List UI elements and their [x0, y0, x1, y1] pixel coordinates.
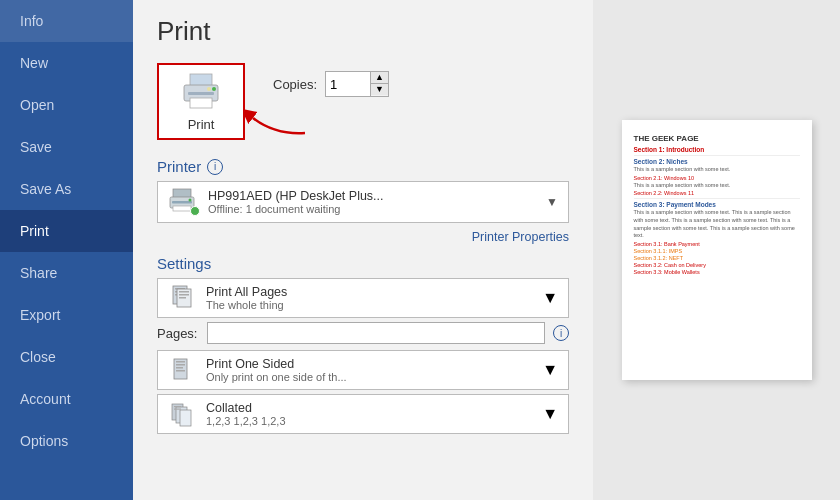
svg-rect-21	[176, 361, 185, 363]
svg-rect-28	[174, 406, 181, 407]
printer-status: Offline: 1 document waiting	[208, 203, 384, 215]
sidebar-item-share[interactable]: Share	[0, 252, 133, 294]
svg-rect-2	[190, 98, 212, 108]
sidebar-item-save-as[interactable]: Save As	[0, 168, 133, 210]
sidebar-item-close[interactable]: Close	[0, 336, 133, 378]
svg-rect-29	[174, 409, 181, 410]
collated-sub: 1,2,3 1,2,3 1,2,3	[206, 415, 286, 427]
preview-sub-2-1: Section 2.1: Windows 10	[634, 175, 800, 181]
sidebar-item-print[interactable]: Print	[0, 210, 133, 252]
sidebar-item-new[interactable]: New	[0, 42, 133, 84]
print-one-sided-arrow[interactable]: ▼	[542, 361, 558, 379]
copies-decrement[interactable]: ▼	[371, 84, 388, 95]
preview-sub-2-2: Section 2.2: Windows 11	[634, 190, 800, 196]
collated-label: Collated	[206, 401, 286, 415]
copies-input[interactable]	[326, 72, 370, 96]
settings-section-header: Settings	[157, 255, 569, 272]
svg-rect-17	[179, 291, 189, 293]
svg-point-4	[212, 87, 216, 91]
print-one-sided-icon	[168, 356, 196, 384]
printer-status-dot	[190, 206, 200, 216]
svg-rect-7	[173, 189, 191, 198]
printer-name: HP991AED (HP DeskJet Plus...	[208, 189, 384, 203]
preview-section-2: Section 2: Niches	[634, 158, 800, 165]
svg-rect-19	[179, 297, 186, 299]
collated-icon	[168, 400, 196, 428]
preview-doc-title: THE GEEK PAGE	[634, 134, 800, 143]
printer-section: Printer i	[157, 158, 569, 245]
svg-point-5	[207, 87, 211, 91]
preview-section-1: Section 1: Introduction	[634, 146, 800, 153]
preview-sub-3-1-1: Section 3.1.1: IMPS	[634, 248, 800, 254]
svg-rect-10	[172, 201, 192, 204]
sidebar-item-account[interactable]: Account	[0, 378, 133, 420]
svg-rect-24	[176, 370, 185, 372]
sidebar-item-save[interactable]: Save	[0, 126, 133, 168]
print-one-sided-sub: Only print on one side of th...	[206, 371, 347, 383]
collated-arrow[interactable]: ▼	[542, 405, 558, 423]
left-panel: Print	[133, 0, 593, 500]
preview-sub-3-3: Section 3.3: Mobile Wallets	[634, 269, 800, 275]
print-one-sided-label: Print One Sided	[206, 357, 347, 371]
preview-sub-3-1: Section 3.1: Bank Payment	[634, 241, 800, 247]
pages-info-icon[interactable]: i	[553, 325, 569, 341]
svg-rect-22	[176, 364, 185, 366]
red-arrow	[245, 93, 315, 143]
settings-section: Settings	[157, 255, 569, 434]
print-area: Print	[133, 0, 840, 500]
pages-input[interactable]	[207, 322, 545, 344]
main-content: Print	[133, 0, 840, 500]
pages-label: Pages:	[157, 326, 199, 341]
printer-properties-link[interactable]: Printer Properties	[472, 230, 569, 244]
sidebar-item-export[interactable]: Export	[0, 294, 133, 336]
svg-rect-27	[180, 410, 191, 426]
svg-rect-23	[176, 367, 183, 369]
print-all-pages-arrow[interactable]: ▼	[542, 289, 558, 307]
sidebar: Info New Open Save Save As Print Share E…	[0, 0, 133, 500]
printer-info-icon[interactable]: i	[207, 159, 223, 175]
printer-dropdown[interactable]: HP991AED (HP DeskJet Plus... Offline: 1 …	[157, 181, 569, 223]
collated-dropdown[interactable]: Collated 1,2,3 1,2,3 1,2,3 ▼	[157, 394, 569, 434]
printer-dropdown-arrow[interactable]: ▼	[546, 195, 558, 209]
sidebar-item-open[interactable]: Open	[0, 84, 133, 126]
printer-section-header: Printer i	[157, 158, 569, 175]
preview-panel: THE GEEK PAGE Section 1: Introduction Se…	[593, 0, 840, 500]
copies-increment[interactable]: ▲	[371, 72, 388, 84]
preview-sub-3-1-2: Section 3.1.2: NEFT	[634, 255, 800, 261]
print-label: Print	[188, 117, 215, 132]
svg-rect-0	[190, 74, 212, 86]
print-all-pages-sub: The whole thing	[206, 299, 287, 311]
document-preview: THE GEEK PAGE Section 1: Introduction Se…	[622, 120, 812, 380]
print-all-pages-label: Print All Pages	[206, 285, 287, 299]
preview-sub-3-2: Section 3.2: Cash on Delivery	[634, 262, 800, 268]
print-button[interactable]: Print	[157, 63, 245, 140]
print-one-sided-dropdown[interactable]: Print One Sided Only print on one side o…	[157, 350, 569, 390]
page-title: Print	[157, 16, 569, 47]
preview-section-3: Section 3: Payment Modes	[634, 201, 800, 208]
sidebar-item-info[interactable]: Info	[0, 0, 133, 42]
svg-rect-18	[179, 294, 189, 296]
sidebar-item-options[interactable]: Options	[0, 420, 133, 462]
svg-rect-3	[188, 92, 214, 95]
print-all-pages-dropdown[interactable]: Print All Pages The whole thing ▼	[157, 278, 569, 318]
copies-label: Copies:	[273, 77, 317, 92]
svg-rect-9	[173, 206, 191, 211]
printer-icon	[175, 71, 227, 113]
print-all-pages-icon	[168, 284, 196, 312]
pages-row: Pages: i	[157, 322, 569, 344]
svg-point-11	[189, 199, 192, 202]
